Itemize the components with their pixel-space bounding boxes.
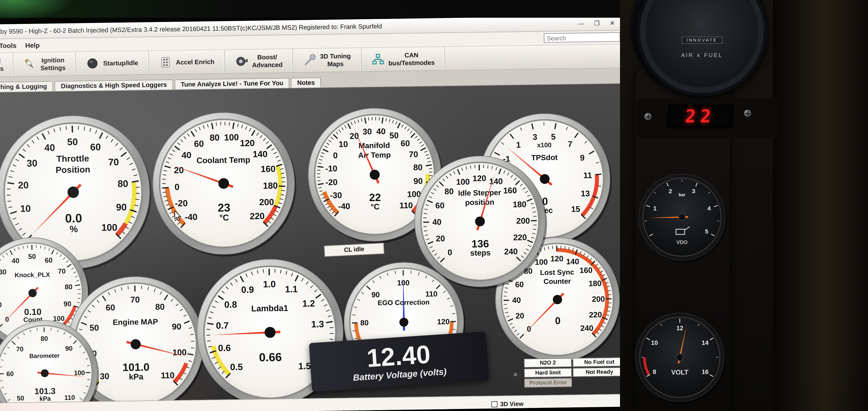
turbo-icon: [235, 55, 248, 68]
svg-text:101.0: 101.0: [123, 361, 150, 374]
button-label: Maps: [320, 60, 351, 68]
svg-text:Lambda1: Lambda1: [251, 303, 288, 313]
svg-text:0.6: 0.6: [218, 343, 231, 353]
tab-tune-analyze-live[interactable]: Tune Analyze Live! - Tune For You: [175, 78, 289, 89]
close-button[interactable]: ✕: [604, 18, 620, 28]
accel-enrich-button[interactable]: Accel Enrich: [149, 50, 225, 74]
svg-text:5: 5: [705, 228, 709, 235]
boost-advanced-button[interactable]: Boost/ Advanced: [225, 49, 293, 73]
toolbar-button-cutoff[interactable]: l gs: [0, 53, 13, 77]
car-dashboard: 88 INNOVATE AIR ∧ FUEL 22 12345barVDO810…: [620, 0, 868, 411]
svg-text:180: 180: [589, 279, 602, 288]
maximize-button[interactable]: ❐: [589, 18, 605, 28]
search-input[interactable]: [544, 32, 620, 43]
svg-text:50: 50: [28, 253, 36, 260]
svg-text:240: 240: [580, 324, 593, 332]
can-bus-testmodes-button[interactable]: CAN bus/Testmodes: [361, 47, 445, 71]
tuning-maps-3d-button[interactable]: 3D Tuning Maps: [293, 48, 362, 72]
button-label: Boost/: [252, 53, 282, 61]
svg-text:0: 0: [175, 182, 180, 192]
svg-text:30: 30: [27, 158, 37, 169]
startup-idle-icon: [86, 57, 99, 70]
svg-text:60: 60: [194, 139, 204, 149]
svg-text:60: 60: [106, 303, 115, 312]
button-label: bus/Testmodes: [389, 59, 435, 67]
view-3d-control[interactable]: 3D View: [491, 400, 524, 407]
svg-text:0: 0: [5, 315, 9, 323]
svg-text:200: 200: [516, 216, 530, 226]
indicator-hard-limit: Hard limit: [524, 368, 572, 378]
svg-text:60: 60: [45, 256, 53, 264]
svg-text:1.5: 1.5: [298, 361, 311, 371]
svg-text:110: 110: [161, 371, 175, 380]
svg-text:200: 200: [259, 197, 274, 207]
ignition-settings-button[interactable]: Ignition Settings: [13, 52, 76, 76]
view-3d-checkbox[interactable]: [491, 401, 497, 407]
physical-gauges-svg: 12345barVDO810121416VOLT: [620, 0, 868, 411]
svg-text:60: 60: [6, 370, 13, 377]
svg-text:2: 2: [669, 188, 672, 195]
button-label: Advanced: [252, 61, 283, 69]
svg-text:0.66: 0.66: [259, 350, 282, 364]
svg-text:50: 50: [67, 136, 78, 147]
startup-idle-button[interactable]: Startup/Idle: [76, 51, 149, 76]
svg-text:%: %: [69, 224, 78, 234]
button-label: 3D Tuning: [320, 52, 351, 60]
svg-text:80: 80: [360, 319, 369, 327]
svg-text:10: 10: [651, 339, 658, 346]
toolbar-cut-line1: l: [0, 57, 4, 65]
tab-diagnostics-loggers[interactable]: Diagnostics & High Speed Loggers: [55, 80, 173, 91]
gauge-hub: [676, 354, 683, 361]
svg-text:Counter: Counter: [544, 277, 571, 286]
svg-text:-20: -20: [175, 198, 188, 208]
button-label: CAN: [389, 51, 435, 59]
svg-text:1.3: 1.3: [311, 319, 324, 329]
svg-text:30: 30: [363, 127, 372, 136]
svg-text:10: 10: [20, 203, 31, 214]
menu-tools[interactable]: Tools: [0, 42, 17, 50]
svg-text:Air Temp: Air Temp: [358, 151, 391, 159]
button-label: Ignition: [40, 56, 65, 64]
svg-text:0.9: 0.9: [241, 285, 254, 295]
svg-text:100: 100: [456, 177, 470, 186]
svg-text:11: 11: [583, 171, 592, 180]
svg-text:1.0: 1.0: [263, 279, 276, 289]
svg-text:15: 15: [571, 204, 580, 214]
svg-text:steps: steps: [470, 248, 491, 257]
svg-text:-30: -30: [330, 190, 342, 200]
svg-text:20: 20: [436, 234, 445, 243]
minimize-button[interactable]: —: [574, 18, 589, 28]
svg-text:160: 160: [503, 186, 517, 195]
svg-text:80: 80: [155, 302, 165, 312]
svg-text:180: 180: [263, 180, 278, 190]
svg-text:0: 0: [555, 315, 561, 326]
svg-text:90: 90: [116, 202, 127, 213]
svg-text:80: 80: [40, 335, 48, 342]
svg-text:bar: bar: [679, 193, 685, 197]
tab-graphing-logging[interactable]: hing & Logging: [0, 81, 53, 92]
svg-text:60: 60: [90, 142, 101, 152]
svg-text:160: 160: [261, 164, 276, 174]
svg-text:20: 20: [18, 180, 29, 190]
svg-text:20: 20: [350, 131, 359, 141]
svg-text:120: 120: [472, 174, 486, 183]
svg-text:-20: -20: [326, 177, 338, 187]
svg-text:120: 120: [437, 318, 450, 326]
svg-text:0.8: 0.8: [224, 299, 237, 310]
svg-text:50: 50: [90, 323, 99, 332]
close-icon[interactable]: ×: [513, 370, 518, 379]
svg-text:70: 70: [130, 295, 140, 304]
svg-text:40: 40: [44, 142, 55, 153]
svg-text:101.3: 101.3: [34, 386, 56, 396]
svg-text:90: 90: [371, 291, 380, 299]
wrench-3d-icon: [303, 54, 316, 67]
svg-text:110: 110: [425, 290, 438, 298]
menu-help[interactable]: Help: [25, 41, 40, 49]
svg-text:110: 110: [399, 201, 413, 210]
svg-text:90: 90: [172, 322, 181, 331]
gauge-coolant-temp[interactable]: -40-20020406080100120140160180200220Cool…: [152, 112, 297, 258]
svg-text:22: 22: [369, 191, 381, 203]
svg-text:4: 4: [707, 205, 711, 212]
tab-notes[interactable]: Notes: [291, 77, 321, 88]
svg-text:80: 80: [118, 178, 128, 189]
